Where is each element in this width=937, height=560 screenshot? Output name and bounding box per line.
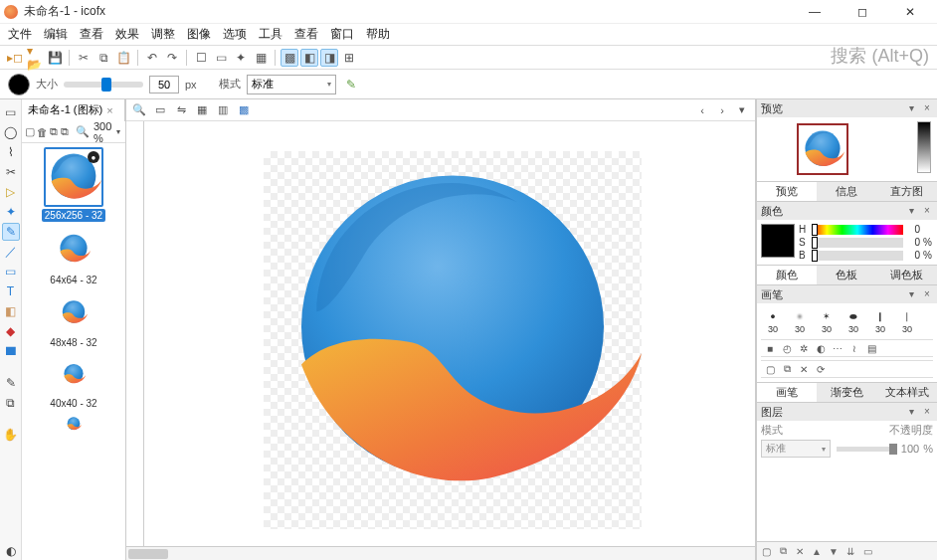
guides-icon[interactable]: ▥ [214, 101, 232, 119]
b-value[interactable]: 0 [906, 250, 920, 261]
menu-effects[interactable]: 效果 [111, 24, 143, 45]
document-tab[interactable]: 未命名-1 (图标) × [22, 99, 125, 121]
thumb-item[interactable] [34, 414, 113, 434]
close-panel-icon[interactable]: × [921, 406, 933, 418]
brush-color-swatch[interactable] [8, 74, 30, 95]
menu-adjust[interactable]: 调整 [147, 24, 179, 45]
marquee-ellipse-tool[interactable]: ◯ [2, 123, 20, 141]
text-tool[interactable]: T [2, 282, 20, 300]
brush-preset[interactable]: ●30 [763, 309, 783, 334]
zoom-icon[interactable]: 🔍 [76, 124, 90, 140]
close-panel-icon[interactable]: × [921, 102, 933, 114]
add-size-icon[interactable]: ▢ [25, 124, 35, 140]
h-value[interactable]: 0 [906, 224, 920, 235]
tab-histogram[interactable]: 直方图 [877, 182, 937, 201]
close-panel-icon[interactable]: × [921, 205, 933, 217]
texture-icon[interactable]: ✎ [342, 76, 360, 93]
layer-list[interactable] [761, 460, 933, 539]
color-swap-icon[interactable]: ◐ [2, 542, 20, 560]
brush-tool[interactable]: ✎ [2, 223, 20, 241]
close-button[interactable]: ✕ [895, 2, 925, 22]
down-layer-icon[interactable]: ▼ [827, 544, 841, 558]
menu-view[interactable]: 查看 [76, 24, 107, 45]
opts-icon[interactable]: ◴ [780, 341, 794, 355]
layer-mode-select[interactable]: 标准▾ [761, 440, 831, 458]
reset-brush-icon[interactable]: ⟳ [814, 362, 828, 376]
dup-size-icon[interactable]: ⧉ [61, 124, 70, 140]
brush-preset[interactable]: ❙30 [870, 309, 890, 334]
menu-edit[interactable]: 编辑 [40, 24, 72, 45]
thumb-item[interactable]: 64x64 - 32 [34, 226, 113, 286]
undo-icon[interactable]: ↶ [143, 49, 161, 67]
opacity-slider[interactable] [837, 447, 897, 452]
up-layer-icon[interactable]: ▲ [810, 544, 824, 558]
maximize-button[interactable]: ◻ [847, 2, 877, 22]
chevron-down-icon[interactable]: ▾ [905, 288, 917, 300]
new-layer-icon[interactable]: ▢ [759, 544, 773, 558]
scatter-icon[interactable]: ✲ [797, 341, 811, 355]
sat-slider[interactable] [812, 238, 903, 248]
brush-preset[interactable]: ✶30 [817, 309, 837, 334]
paste-icon[interactable]: 📋 [114, 49, 132, 67]
brush-preset[interactable]: ❘30 [897, 309, 917, 334]
spacing-icon[interactable]: ⋯ [831, 341, 844, 355]
delete-size-icon[interactable]: 🗑 [37, 124, 48, 140]
jitter-icon[interactable]: ≀ [847, 341, 861, 355]
menu-file[interactable]: 文件 [4, 24, 36, 45]
s-value[interactable]: 0 [906, 237, 920, 248]
hue-slider[interactable] [812, 225, 903, 235]
canvas[interactable] [126, 121, 755, 546]
device-icon[interactable]: ▭ [212, 49, 230, 67]
angle-icon[interactable]: ◐ [814, 341, 828, 355]
checker-icon[interactable]: ▦ [252, 49, 270, 67]
texture-icon[interactable]: ▤ [864, 341, 878, 355]
brush-preset[interactable]: ●30 [790, 309, 810, 334]
tab-textstyle[interactable]: 文本样式 [877, 383, 937, 402]
lasso-tool[interactable]: ⌇ [2, 143, 20, 161]
dup-layer-icon[interactable]: ⧉ [776, 544, 790, 558]
open-icon[interactable]: ▾📂 [26, 49, 44, 67]
redo-icon[interactable]: ↷ [163, 49, 181, 67]
close-panel-icon[interactable]: × [921, 288, 933, 300]
zoom-value[interactable]: 300 % [94, 120, 111, 144]
bri-slider[interactable] [812, 251, 903, 261]
zoom-fit-icon[interactable]: ▭ [151, 101, 169, 119]
opacity-value[interactable]: 100 [901, 443, 919, 455]
chevron-down-icon[interactable]: ▾ [905, 205, 917, 217]
close-tab-icon[interactable]: × [106, 104, 112, 116]
merge-layer-icon[interactable]: ⇊ [843, 544, 857, 558]
cut-icon[interactable]: ✂ [75, 49, 93, 67]
tab-info[interactable]: 信息 [817, 182, 876, 201]
menu-tools[interactable]: 工具 [255, 24, 286, 45]
tools-icon[interactable]: ✦ [232, 49, 250, 67]
grid-icon[interactable]: ▦ [193, 101, 211, 119]
minimize-button[interactable]: — [800, 2, 830, 22]
eraser-tool[interactable]: ◧ [2, 302, 20, 320]
del-brush-icon[interactable]: ✕ [797, 362, 811, 376]
zoom-in-icon[interactable]: 🔍 [130, 101, 148, 119]
bucket-tool[interactable]: ⯀ [2, 342, 20, 360]
chevron-down-icon[interactable]: ▾ [905, 102, 917, 114]
size-value[interactable]: 50 [149, 76, 179, 93]
wand-tool[interactable]: ✦ [2, 203, 20, 221]
save-brush-icon[interactable]: ⧉ [780, 362, 794, 376]
move-tool[interactable]: ▷ [2, 183, 20, 201]
gradient-tool[interactable]: ◆ [2, 322, 20, 340]
new-file-icon[interactable]: ▸◻ [6, 49, 24, 67]
chevron-down-icon[interactable]: ▾ [113, 124, 122, 140]
chevron-down-icon[interactable]: ▾ [905, 406, 917, 418]
menu-icon[interactable]: ▾ [733, 101, 751, 119]
menu-image[interactable]: 图像 [183, 24, 215, 45]
library-icon[interactable]: ⊞ [340, 49, 358, 67]
crop-tool[interactable]: ✂ [2, 163, 20, 181]
mode-select[interactable]: 标准 ▾ [247, 75, 336, 94]
thumb-item[interactable]: 48x48 - 32 [34, 290, 113, 349]
tab-preview[interactable]: 预览 [757, 182, 817, 201]
tab-gradient[interactable]: 渐变色 [817, 383, 876, 402]
line-tool[interactable]: ／ [2, 243, 20, 261]
tab-brush[interactable]: 画笔 [757, 383, 817, 402]
flatten-layer-icon[interactable]: ▭ [860, 544, 874, 558]
tab-swatches[interactable]: 色板 [817, 266, 876, 284]
phone-icon[interactable]: ☐ [192, 49, 210, 67]
menu-view2[interactable]: 查看 [290, 24, 322, 45]
